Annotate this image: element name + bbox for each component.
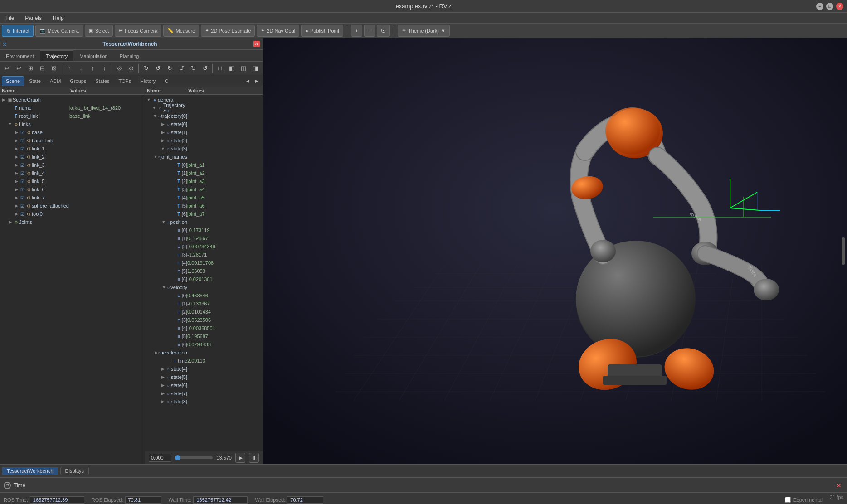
scene-tree-row[interactable]: ▶▣SceneGraph (1, 96, 144, 104)
traj-toggle-icon[interactable]: ▼ (161, 220, 166, 224)
scene-tree-row[interactable]: Troot_linkbase_link (1, 112, 144, 120)
minimize-button[interactable]: − (816, 3, 823, 10)
tree-checkbox[interactable]: ☑ (19, 195, 25, 200)
traj-toggle-icon[interactable]: ▶ (161, 367, 166, 371)
traj-tree-row[interactable]: ≡[4]0.00191708 (146, 259, 262, 267)
traj-tree-row[interactable]: ≡[1]-0.133367 (146, 300, 262, 308)
maximize-button[interactable]: □ (826, 3, 833, 10)
icon-btn-9[interactable]: ↓ (99, 63, 110, 74)
traj-toggle-icon[interactable]: ▶ (161, 383, 166, 388)
traj-toggle-icon[interactable]: ▶ (161, 391, 166, 396)
menu-help[interactable]: Help (51, 14, 66, 22)
tab-environment[interactable]: Environment (0, 50, 40, 61)
tree-checkbox[interactable]: ☑ (19, 138, 25, 143)
toolbar-publish-point-btn[interactable]: ● Publish Point (301, 25, 343, 37)
icon-btn-5[interactable]: ⊠ (49, 63, 60, 74)
traj-tree-row[interactable]: ▼○position (146, 218, 262, 226)
experimental-checkbox[interactable] (785, 497, 791, 503)
traj-tree-row[interactable]: T[4]joint_a5 (146, 194, 262, 202)
traj-tree-row[interactable]: ▼○state[3] (146, 145, 262, 153)
wall-elapsed-value[interactable] (287, 496, 323, 504)
viewport-scrollbar[interactable] (842, 237, 845, 265)
sub-tab-c[interactable]: C (161, 76, 172, 86)
icon-btn-1[interactable]: ↩ (2, 63, 13, 74)
tree-checkbox[interactable]: ☑ (19, 171, 25, 176)
traj-tree-row[interactable]: ≡[4]-0.00368501 (146, 324, 262, 332)
tree-toggle-icon[interactable]: ▼ (7, 122, 13, 126)
menu-panels[interactable]: Panels (23, 14, 44, 22)
wall-time-value[interactable] (193, 496, 248, 504)
tesseract-close-btn[interactable]: ✕ (253, 41, 260, 47)
toolbar-focus-camera-btn[interactable]: ⊕ Focus Camera (115, 25, 161, 37)
close-button[interactable]: ✕ (836, 3, 843, 10)
sub-tab-history[interactable]: History (136, 76, 160, 86)
traj-toggle-icon[interactable]: ▶ (161, 375, 166, 379)
traj-tree-row[interactable]: ≡[0]-0.173119 (146, 226, 262, 234)
icon-btn-20[interactable]: ◫ (238, 63, 249, 74)
toolbar-minus-btn[interactable]: − (364, 25, 375, 37)
tree-toggle-icon[interactable]: ▶ (14, 130, 19, 135)
traj-toggle-icon[interactable]: ▶ (161, 130, 166, 135)
traj-toggle-icon[interactable]: ▼ (154, 155, 158, 159)
timeline-pause-btn[interactable]: ⏸ (249, 453, 259, 463)
traj-toggle-icon[interactable]: ▼ (153, 114, 157, 118)
traj-tree-row[interactable]: ≡[2]0.0101434 (146, 308, 262, 316)
scene-tree-row[interactable]: ▶☑⚙link_2 (1, 153, 144, 161)
traj-toggle-icon[interactable]: ▶ (161, 399, 166, 404)
icon-btn-17[interactable]: ↺ (200, 63, 210, 74)
tab-manipulation[interactable]: Manipulation (73, 50, 113, 61)
icon-btn-19[interactable]: ◧ (226, 63, 237, 74)
tree-toggle-icon[interactable]: ▶ (14, 204, 19, 208)
traj-tree-row[interactable]: ▶○state[8] (146, 397, 262, 406)
toolbar-move-camera-btn[interactable]: 📷 Move Camera (35, 25, 83, 37)
tree-toggle-icon[interactable]: ▶ (14, 195, 19, 200)
traj-toggle-icon[interactable]: ▶ (161, 138, 166, 143)
sub-tab-next-btn[interactable]: ▶ (253, 77, 261, 85)
icon-btn-8[interactable]: ↑ (88, 63, 98, 74)
traj-tree-row[interactable]: ≡[5]1.66053 (146, 267, 262, 275)
sub-tab-acm[interactable]: ACM (46, 76, 65, 86)
sub-tab-groups[interactable]: Groups (66, 76, 90, 86)
scene-tree-row[interactable]: ▶☑⚙link_5 (1, 177, 144, 185)
tree-checkbox[interactable]: ☑ (19, 155, 25, 160)
tree-toggle-icon[interactable]: ▶ (14, 212, 19, 216)
icon-btn-21[interactable]: ◨ (250, 63, 261, 74)
icon-btn-16[interactable]: ↻ (188, 63, 199, 74)
scene-tree-row[interactable]: ▶☑⚙link_4 (1, 169, 144, 177)
traj-tree-row[interactable]: T[5]joint_a6 (146, 202, 262, 210)
sub-tab-tcps[interactable]: TCPs (115, 76, 136, 86)
icon-btn-4[interactable]: ⊟ (37, 63, 48, 74)
toolbar-theme-btn[interactable]: ☀ Theme (Dark) ▼ (398, 25, 450, 37)
tree-toggle-icon[interactable]: ▶ (14, 155, 19, 159)
time-panel-close-btn[interactable]: ✕ (834, 482, 843, 489)
traj-tree-row[interactable]: ▶○state[2] (146, 136, 262, 145)
tree-checkbox[interactable]: ☑ (19, 163, 25, 168)
tree-toggle-icon[interactable]: ▶ (14, 171, 19, 175)
toolbar-select-btn[interactable]: ▣ Select (85, 25, 113, 37)
viewport[interactable]: KUKA KUKA (263, 38, 847, 464)
timeline-slider[interactable] (175, 456, 213, 459)
timeline-play-btn[interactable]: ▶ (235, 453, 245, 463)
traj-tree-row[interactable]: ▼○Trajectory Set (146, 104, 262, 112)
scene-tree-row[interactable]: ▶☑⚙base (1, 128, 144, 136)
icon-btn-3[interactable]: ⊞ (25, 63, 36, 74)
sub-tab-prev-btn[interactable]: ◀ (243, 77, 252, 85)
tab-trajectory[interactable]: Trajectory (40, 50, 74, 61)
tree-checkbox[interactable]: ☑ (19, 130, 25, 135)
tree-toggle-icon[interactable]: ▶ (14, 163, 19, 167)
toolbar-nav-goal-btn[interactable]: ✦ 2D Nav Goal (257, 25, 299, 37)
tree-toggle-icon[interactable]: ▶ (14, 138, 19, 143)
traj-tree-row[interactable]: ≡[5]0.195687 (146, 332, 262, 340)
traj-tree-row[interactable]: ▼○trajectory[0] (146, 112, 262, 120)
traj-tree-row[interactable]: ▶○state[0] (146, 120, 262, 128)
tree-checkbox[interactable]: ☑ (19, 204, 25, 208)
traj-tree-row[interactable]: ≡[3]0.0623506 (146, 316, 262, 324)
sub-tab-scene[interactable]: Scene (2, 76, 24, 86)
scene-tree-row[interactable]: Tnamekuka_lbr_iiwa_14_r820 (1, 104, 144, 112)
traj-tree-row[interactable]: T[3]joint_a4 (146, 185, 262, 194)
scene-tree-row[interactable]: ▼⚙Links (1, 120, 144, 128)
menu-file[interactable]: File (4, 14, 16, 22)
tree-toggle-icon[interactable]: ▶ (14, 187, 19, 192)
traj-tree-row[interactable]: ▶○state[4] (146, 365, 262, 373)
tree-toggle-icon[interactable]: ▶ (1, 97, 6, 102)
